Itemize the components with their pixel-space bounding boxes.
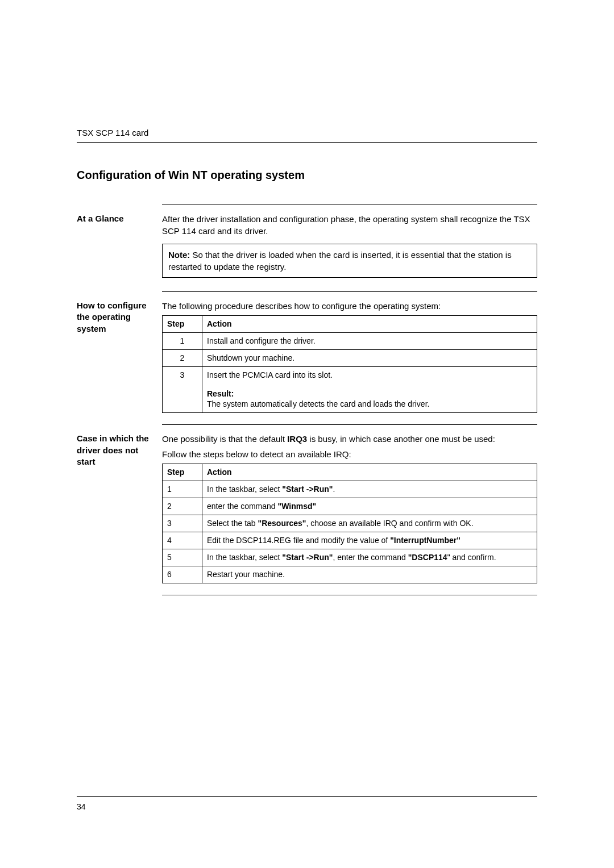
footer-rule bbox=[77, 796, 537, 797]
result-label: Result: bbox=[207, 389, 532, 399]
cell-step: 5 bbox=[163, 549, 202, 566]
b1: "InterruptNumber" bbox=[390, 536, 460, 545]
table-row: 5 In the taskbar, select "Start ->Run", … bbox=[163, 549, 537, 566]
table-row: 2 enter the command "Winmsd" bbox=[163, 498, 537, 515]
table-row: 1 Install and configure the driver. bbox=[163, 332, 537, 349]
b1: "Start ->Run" bbox=[282, 485, 333, 494]
mid: , enter the command bbox=[333, 553, 408, 562]
cell-action: Edit the DSCP114.REG file and modify the… bbox=[202, 532, 537, 549]
pre: Restart your machine. bbox=[207, 570, 285, 579]
driver-fail-table: Step Action 1 In the taskbar, select "St… bbox=[162, 464, 537, 583]
page-title: Configuration of Win NT operating system bbox=[77, 169, 537, 182]
th-step: Step bbox=[163, 316, 202, 333]
section-at-a-glance: At a Glance After the driver installatio… bbox=[77, 213, 537, 280]
table-header-row: Step Action bbox=[163, 464, 537, 481]
th-action: Action bbox=[202, 464, 537, 481]
table-row: 6 Restart your machine. bbox=[163, 566, 537, 583]
cell-step: 1 bbox=[163, 481, 202, 498]
pre: Edit the DSCP114.REG file and modify the… bbox=[207, 536, 390, 545]
intro-pre: One possibility is that the default bbox=[162, 434, 287, 444]
header-rule bbox=[77, 142, 537, 143]
side-label-configure: How to configure the operating system bbox=[77, 300, 162, 413]
th-step: Step bbox=[163, 464, 202, 481]
pre: In the taskbar, select bbox=[207, 485, 282, 494]
note-text: So that the driver is loaded when the ca… bbox=[168, 250, 512, 272]
configure-table: Step Action 1 Install and configure the … bbox=[162, 315, 537, 413]
section-rule bbox=[162, 291, 537, 292]
b1: "Start ->Run" bbox=[282, 553, 333, 562]
table-row: 1 In the taskbar, select "Start ->Run". bbox=[163, 481, 537, 498]
pre: In the taskbar, select bbox=[207, 553, 282, 562]
section-driver-fail: Case in which the driver does not start … bbox=[77, 433, 537, 583]
cell-action: Select the tab "Resources", choose an av… bbox=[202, 515, 537, 532]
side-label-driver-fail: Case in which the driver does not start bbox=[77, 433, 162, 583]
b1: "Winmsd" bbox=[278, 502, 317, 511]
note-label: Note: bbox=[168, 250, 190, 260]
glance-paragraph: After the driver installation and config… bbox=[162, 213, 537, 237]
cell-action: Shutdown your machine. bbox=[202, 349, 537, 366]
pre: enter the command bbox=[207, 502, 278, 511]
pre: Select the tab bbox=[207, 519, 258, 528]
post: , choose an available IRQ and confirm wi… bbox=[306, 519, 473, 528]
driver-fail-intro: One possibility is that the default IRQ3… bbox=[162, 433, 537, 445]
th-action: Action bbox=[202, 316, 537, 333]
side-label-glance: At a Glance bbox=[77, 213, 162, 280]
note-box: Note: So that the driver is loaded when … bbox=[162, 244, 537, 278]
page-number: 34 bbox=[77, 802, 86, 811]
section-rule bbox=[162, 595, 537, 595]
cell-action: Install and configure the driver. bbox=[202, 332, 537, 349]
configure-intro: The following procedure describes how to… bbox=[162, 300, 537, 312]
result-text: The system automatically detects the car… bbox=[207, 399, 532, 410]
cell-step: 1 bbox=[163, 332, 202, 349]
cell-step: 2 bbox=[163, 349, 202, 366]
cell-step: 3 bbox=[163, 366, 202, 413]
cell-step: 6 bbox=[163, 566, 202, 583]
section-configure: How to configure the operating system Th… bbox=[77, 300, 537, 413]
table-row: 3 Select the tab "Resources", choose an … bbox=[163, 515, 537, 532]
cell-step: 4 bbox=[163, 532, 202, 549]
cell-step: 2 bbox=[163, 498, 202, 515]
cell-action-text: Insert the PCMCIA card into its slot. bbox=[207, 370, 333, 379]
b1: "Resources" bbox=[258, 519, 306, 528]
cell-action: Restart your machine. bbox=[202, 566, 537, 583]
table-row: 4 Edit the DSCP114.REG file and modify t… bbox=[163, 532, 537, 549]
b2: "DSCP114 bbox=[408, 553, 447, 562]
table-row: 3 Insert the PCMCIA card into its slot. … bbox=[163, 366, 537, 413]
cell-action: Insert the PCMCIA card into its slot. Re… bbox=[202, 366, 537, 413]
post: " and confirm. bbox=[447, 553, 496, 562]
intro-bold: IRQ3 bbox=[287, 434, 307, 444]
driver-fail-intro2: Follow the steps below to detect an avai… bbox=[162, 448, 537, 460]
running-header: TSX SCP 114 card bbox=[77, 128, 537, 137]
cell-action: In the taskbar, select "Start ->Run", en… bbox=[202, 549, 537, 566]
post: . bbox=[333, 485, 335, 494]
table-header-row: Step Action bbox=[163, 316, 537, 333]
section-rule bbox=[162, 424, 537, 425]
section-rule bbox=[162, 205, 537, 205]
cell-step: 3 bbox=[163, 515, 202, 532]
table-row: 2 Shutdown your machine. bbox=[163, 349, 537, 366]
intro-post: is busy, in which case another one must … bbox=[307, 434, 495, 444]
cell-action: enter the command "Winmsd" bbox=[202, 498, 537, 515]
cell-action: In the taskbar, select "Start ->Run". bbox=[202, 481, 537, 498]
